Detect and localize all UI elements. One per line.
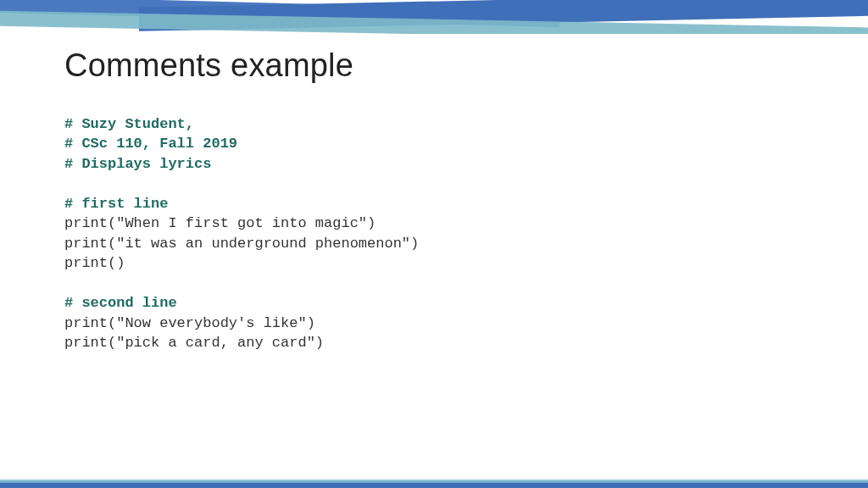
code-line: print("pick a card, any card") xyxy=(64,335,324,351)
code-line: print() xyxy=(64,255,125,271)
slide-title: Comments example xyxy=(64,47,817,84)
code-comment: # Suzy Student, xyxy=(64,116,194,132)
code-comment: # first line xyxy=(64,196,168,212)
code-comment: # CSc 110, Fall 2019 xyxy=(64,136,237,152)
top-banner-decoration xyxy=(0,0,868,34)
code-comment: # second line xyxy=(64,295,177,311)
bottom-banner-decoration xyxy=(0,481,868,488)
code-line: print("Now everybody's like") xyxy=(64,315,315,331)
slide-content: Comments example # Suzy Student, # CSc 1… xyxy=(64,47,817,352)
code-line: print("When I first got into magic") xyxy=(64,215,376,231)
code-comment: # Displays lyrics xyxy=(64,156,211,172)
code-line: print("it was an underground phenomenon"… xyxy=(64,236,419,252)
code-block: # Suzy Student, # CSc 110, Fall 2019 # D… xyxy=(64,114,817,352)
slide: Comments example # Suzy Student, # CSc 1… xyxy=(0,0,868,488)
